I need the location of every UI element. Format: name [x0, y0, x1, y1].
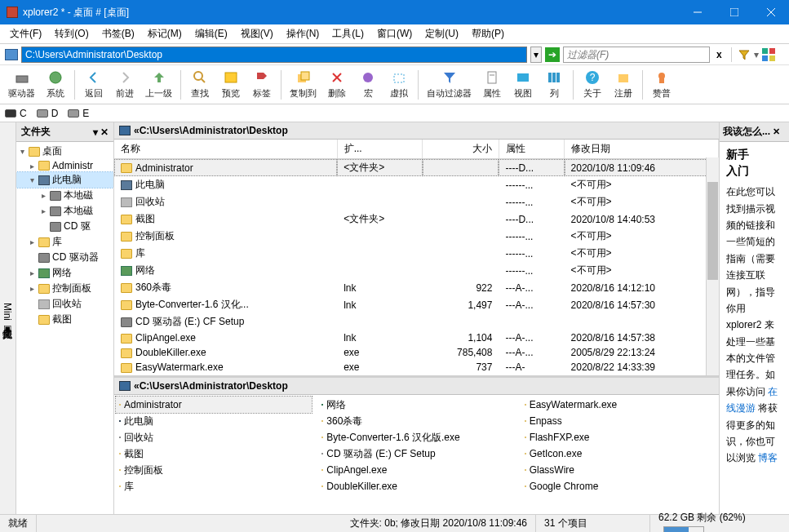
menu-item[interactable]: 定制(U): [419, 25, 465, 42]
top-breadcrumb[interactable]: «C:\Users\Administrator\Desktop: [114, 122, 719, 140]
grid-item[interactable]: 回收站: [116, 429, 312, 446]
toolbar-列[interactable]: 列: [539, 68, 570, 101]
tree-node[interactable]: 截图: [16, 312, 113, 327]
column-header[interactable]: 名称: [114, 140, 337, 159]
toolbar-关于[interactable]: ?关于: [577, 68, 608, 101]
menu-item[interactable]: 书签(B): [95, 25, 141, 42]
funnel-icon[interactable]: [738, 48, 751, 61]
toolbar-返回[interactable]: 返回: [78, 68, 109, 101]
grid-item[interactable]: 网络: [318, 397, 514, 413]
bottom-breadcrumb[interactable]: «C:\Users\Administrator\Desktop: [114, 378, 719, 395]
grid-item[interactable]: DoubleKiller.exe: [318, 478, 514, 494]
menu-item[interactable]: 工具(L): [326, 25, 370, 42]
toolbar-复制到[interactable]: 复制到: [285, 68, 321, 101]
drive-D[interactable]: D: [37, 108, 59, 119]
menu-item[interactable]: 窗口(W): [370, 25, 419, 42]
toolbar-删除[interactable]: 删除: [321, 68, 352, 101]
go-button[interactable]: ➔: [545, 47, 560, 62]
toolbar-系统[interactable]: 系统: [40, 68, 71, 101]
table-row[interactable]: 回收站------...<不可用>: [114, 193, 719, 211]
column-header[interactable]: 大小: [423, 140, 499, 159]
toolbar-前进[interactable]: 前进: [109, 68, 140, 101]
grid-item[interactable]: 截图: [116, 446, 312, 462]
menu-item[interactable]: 帮助(P): [465, 25, 511, 42]
maximize-button[interactable]: [716, 0, 752, 24]
tree-node[interactable]: 回收站: [16, 296, 113, 312]
grid-item[interactable]: 控制面板: [116, 462, 312, 478]
menu-item[interactable]: 操作(N): [280, 25, 326, 42]
toolbar-宏[interactable]: 宏: [352, 68, 383, 101]
drive-C[interactable]: C: [5, 108, 27, 119]
folder-tree[interactable]: ▾桌面▸Administr▾此电脑▸本地磁▸本地磁CD 驱▸库CD 驱动器▸网络…: [16, 142, 113, 514]
tree-node[interactable]: CD 驱动器: [16, 250, 113, 265]
grid-item[interactable]: Enpass: [521, 413, 717, 429]
table-row[interactable]: 截图<文件夹>----D...2020/10/8 14:40:53: [114, 211, 719, 228]
menu-item[interactable]: 编辑(E): [188, 25, 234, 42]
table-row[interactable]: 网络------...<不可用>: [114, 262, 719, 279]
address-input[interactable]: [21, 47, 527, 63]
grid-item[interactable]: 此电脑: [116, 413, 312, 429]
file-list[interactable]: 名称扩...大小属性修改日期Administrator<文件夹>----D...…: [114, 140, 719, 375]
grid-item[interactable]: 360杀毒: [318, 413, 514, 429]
table-row[interactable]: DoubleKiller.exeexe785,408---A-...2005/8…: [114, 345, 719, 360]
drive-E[interactable]: E: [68, 108, 89, 119]
table-row[interactable]: 此电脑------...<不可用>: [114, 176, 719, 193]
grid-item[interactable]: Google Chrome: [521, 478, 717, 494]
toolbar-虚拟[interactable]: 虚拟: [383, 68, 414, 101]
table-row[interactable]: ClipAngel.exelnk1,104---A-...2020/8/16 1…: [114, 330, 719, 345]
tree-node[interactable]: ▸本地磁: [16, 203, 113, 219]
menu-item[interactable]: 视图(V): [234, 25, 280, 42]
table-row[interactable]: CD 驱动器 (E:) CF Setup: [114, 313, 719, 330]
toolbar-视图[interactable]: 视图: [508, 68, 539, 101]
clear-filter-button[interactable]: x: [713, 49, 725, 60]
grid-item[interactable]: CD 驱动器 (E:) CF Setup: [318, 446, 514, 462]
view-grid-button[interactable]: [762, 48, 775, 61]
toolbar-赞普[interactable]: 赞普: [646, 68, 677, 101]
tree-node[interactable]: ▸网络: [16, 265, 113, 281]
scrollbar-vertical[interactable]: [706, 157, 719, 375]
grid-item[interactable]: GlassWire: [521, 462, 717, 478]
toolbar-标签[interactable]: 标签: [246, 68, 277, 101]
mini-virtual-tab[interactable]: Mini虚拟文件夹 ▣: [0, 122, 16, 514]
grid-item[interactable]: Byte-Converter-1.6 汉化版.exe: [318, 429, 514, 446]
scrollbar-thumb[interactable]: [707, 182, 718, 280]
close-button[interactable]: [752, 0, 789, 24]
table-row[interactable]: Administrator<文件夹>----D...2020/10/8 11:0…: [114, 159, 719, 177]
toolbar-属性[interactable]: 属性: [477, 68, 508, 101]
toolbar-查找[interactable]: 查找: [184, 68, 215, 101]
toolbar-预览[interactable]: 预览: [215, 68, 246, 101]
help-link-blog[interactable]: 博客: [758, 452, 778, 463]
tree-node[interactable]: ▸Administr: [16, 159, 113, 172]
menu-item[interactable]: 文件(F): [3, 25, 48, 42]
icon-grid[interactable]: Administrator网络EasyWatermark.exe此电脑360杀毒…: [114, 395, 719, 514]
toolbar-自动过滤器[interactable]: 自动过滤器: [422, 68, 477, 101]
table-row[interactable]: 控制面板------...<不可用>: [114, 228, 719, 245]
grid-item[interactable]: FlashFXP.exe: [521, 429, 717, 446]
tree-node[interactable]: ▾桌面: [16, 144, 113, 159]
column-header[interactable]: 修改日期: [565, 140, 719, 159]
toolbar-注册[interactable]: 注册: [608, 68, 639, 101]
minimize-button[interactable]: [679, 0, 716, 24]
toolbar-上一级[interactable]: 上一级: [140, 68, 177, 101]
grid-item[interactable]: 库: [116, 478, 312, 494]
table-row[interactable]: 360杀毒lnk922---A-...2020/8/16 14:12:10: [114, 279, 719, 296]
grid-item[interactable]: GetIcon.exe: [521, 446, 717, 462]
column-header[interactable]: 扩...: [337, 140, 422, 159]
filter-input[interactable]: [563, 47, 710, 63]
address-dropdown-button[interactable]: ▾: [530, 47, 542, 63]
tree-node[interactable]: ▸控制面板: [16, 281, 113, 296]
grid-item[interactable]: EasyWatermark.exe: [521, 397, 717, 413]
column-header[interactable]: 属性: [499, 140, 564, 159]
table-row[interactable]: 库------...<不可用>: [114, 245, 719, 262]
toolbar-驱动器[interactable]: 驱动器: [3, 68, 40, 101]
table-row[interactable]: EasyWatermark.exeexe737---A-2020/8/22 14…: [114, 360, 719, 375]
tree-node[interactable]: ▸本地磁: [16, 188, 113, 203]
tree-node[interactable]: CD 驱: [16, 219, 113, 234]
grid-item[interactable]: ClipAngel.exe: [318, 462, 514, 478]
grid-item[interactable]: Administrator: [116, 397, 312, 413]
menu-item[interactable]: 转到(O): [48, 25, 95, 42]
tree-node[interactable]: ▾此电脑: [16, 172, 113, 188]
tree-node[interactable]: ▸库: [16, 234, 113, 250]
menu-item[interactable]: 标记(M): [141, 25, 188, 42]
table-row[interactable]: Byte-Converter-1.6 汉化...lnk1,497---A-...…: [114, 296, 719, 313]
